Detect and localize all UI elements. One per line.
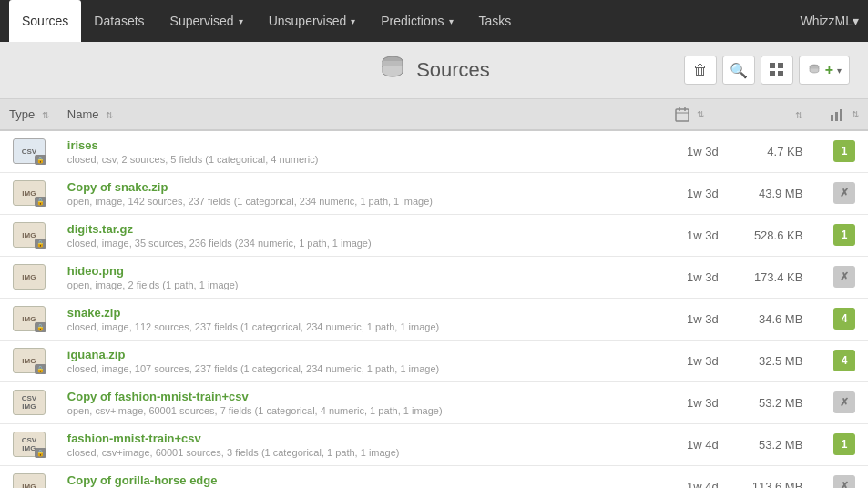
add-source-dropdown-button[interactable]: + ▾ <box>799 56 850 85</box>
name-cell: Copy of snake.zip open, image, 142 sourc… <box>58 172 667 214</box>
source-name-link[interactable]: snake.zip <box>67 306 121 320</box>
count-badge: ✗ <box>833 182 855 204</box>
name-cell: digits.tar.gz closed, image, 35 sources,… <box>58 214 667 256</box>
type-sort-icon: ⇅ <box>42 110 49 120</box>
sources-table: Type ⇅ Name ⇅ ⇅ ⇅ ⇅ <box>0 99 868 488</box>
user-caret: ▾ <box>853 14 859 28</box>
table-row: IMG 🔒 iguana.zip closed, image, 107 sour… <box>0 340 868 381</box>
svg-rect-2 <box>778 63 783 68</box>
svg-rect-6 <box>676 109 689 121</box>
type-cell: CSV 🔒 <box>0 130 58 173</box>
count-badge: 4 <box>833 350 855 371</box>
table-row: IMG Copy of gorilla-horse edge open, ima… <box>0 465 868 488</box>
type-cell: IMG 🔒 <box>0 172 58 214</box>
size-cell: 53.2 MB <box>739 381 821 423</box>
table-row: CSV 🔒 irises closed, csv, 2 sources, 5 f… <box>0 130 868 173</box>
nav-sources[interactable]: Sources <box>9 0 81 42</box>
navigation: Sources Datasets Supervised ▾ Unsupervis… <box>0 0 868 42</box>
source-detail: open, csv+image, 60001 sources, 7 fields… <box>67 405 658 416</box>
col-date[interactable]: ⇅ <box>666 99 739 130</box>
date-cell: 1w 3d <box>666 214 739 256</box>
unsupervised-caret: ▾ <box>351 16 355 26</box>
source-name-link[interactable]: hideo.png <box>67 264 124 278</box>
source-name-link[interactable]: Copy of snake.zip <box>67 180 168 194</box>
count-cell: ✗ <box>821 381 868 423</box>
size-cell: 528.6 KB <box>739 214 821 256</box>
nav-predictions[interactable]: Predictions ▾ <box>368 0 465 42</box>
predictions-caret: ▾ <box>449 16 454 26</box>
type-cell: IMG 🔒 <box>0 298 58 340</box>
type-icon: IMG 🔒 <box>13 306 46 331</box>
source-detail: open, image, 142 sources, 237 fields (1 … <box>67 196 658 207</box>
table-row: IMG 🔒 digits.tar.gz closed, image, 35 so… <box>0 214 868 256</box>
count-cell: ✗ <box>821 465 868 488</box>
col-type[interactable]: Type ⇅ <box>0 99 58 130</box>
name-cell: hideo.png open, image, 2 fields (1 path,… <box>58 256 667 298</box>
date-cell: 1w 3d <box>666 340 739 381</box>
name-cell: Copy of fashion-mnist-train+csv open, cs… <box>58 381 667 423</box>
nav-datasets[interactable]: Datasets <box>81 0 157 42</box>
source-detail: closed, image, 107 sources, 237 fields (… <box>67 363 658 374</box>
type-cell: CSVIMG 🔒 <box>0 423 58 465</box>
page-toolbar: Sources 🗑 🔍 + ▾ <box>0 42 868 99</box>
table-row: IMG 🔒 snake.zip closed, image, 112 sourc… <box>0 298 868 340</box>
col-size[interactable]: ⇅ <box>739 99 821 130</box>
count-cell: ✗ <box>821 256 868 298</box>
col-count[interactable]: ⇅ <box>821 99 868 130</box>
page-title-area: Sources <box>378 53 490 87</box>
type-icon: CSVIMG 🔒 <box>13 432 46 457</box>
table-row: IMG hideo.png open, image, 2 fields (1 p… <box>0 256 868 298</box>
svg-rect-4 <box>778 71 783 76</box>
svg-rect-3 <box>770 71 775 76</box>
toolbar-actions: 🗑 🔍 + ▾ <box>684 56 850 85</box>
count-cell: 1 <box>821 214 868 256</box>
type-cell: IMG 🔒 <box>0 214 58 256</box>
page-title: Sources <box>416 58 490 82</box>
date-sort-icon: ⇅ <box>697 109 704 119</box>
date-cell: 1w 4d <box>666 423 739 465</box>
type-icon: CSV 🔒 <box>13 138 46 164</box>
size-cell: 4.7 KB <box>739 130 821 173</box>
nav-supervised[interactable]: Supervised ▾ <box>158 0 256 42</box>
type-icon: IMG <box>13 264 46 290</box>
delete-button[interactable]: 🗑 <box>684 56 717 85</box>
date-cell: 1w 3d <box>666 298 739 340</box>
source-name-link[interactable]: fashion-mnist-train+csv <box>67 432 201 445</box>
col-name[interactable]: Name ⇅ <box>58 99 667 130</box>
search-button[interactable]: 🔍 <box>722 56 755 85</box>
count-badge: 4 <box>833 308 855 330</box>
count-cell: 1 <box>821 130 868 173</box>
name-cell: irises closed, csv, 2 sources, 5 fields … <box>58 130 667 173</box>
source-name-link[interactable]: iguana.zip <box>67 348 126 361</box>
size-cell: 113.6 MB <box>739 465 821 488</box>
name-cell: iguana.zip closed, image, 107 sources, 2… <box>58 340 667 381</box>
source-name-link[interactable]: Copy of fashion-mnist-train+csv <box>67 390 249 403</box>
source-name-link[interactable]: irises <box>67 138 98 152</box>
grid-view-button[interactable] <box>761 56 793 85</box>
source-name-link[interactable]: digits.tar.gz <box>67 222 133 236</box>
count-badge: 1 <box>833 433 855 455</box>
source-name-link[interactable]: Copy of gorilla-horse edge <box>67 473 218 487</box>
source-detail: open, image, 2 fields (1 path, 1 image) <box>67 280 658 290</box>
svg-rect-12 <box>840 109 842 121</box>
svg-rect-1 <box>770 63 775 68</box>
size-cell: 43.9 MB <box>739 172 821 214</box>
nav-tasks[interactable]: Tasks <box>466 0 525 42</box>
count-cell: 4 <box>821 340 868 381</box>
name-cell: snake.zip closed, image, 112 sources, 23… <box>58 298 667 340</box>
nav-unsupervised[interactable]: Unsupervised ▾ <box>256 0 369 42</box>
svg-rect-11 <box>835 112 838 121</box>
name-cell: Copy of gorilla-horse edge open, image, … <box>58 465 667 488</box>
size-cell: 32.5 MB <box>739 340 821 381</box>
count-badge: ✗ <box>833 391 855 413</box>
count-cell: 1 <box>821 423 868 465</box>
source-detail: closed, csv, 2 sources, 5 fields (1 cate… <box>67 154 658 165</box>
name-sort-icon: ⇅ <box>106 110 113 120</box>
user-menu[interactable]: WhizzML ▾ <box>800 14 859 28</box>
count-cell: ✗ <box>821 172 868 214</box>
add-icon: + <box>825 62 833 78</box>
type-icon: IMG <box>13 473 46 488</box>
table-row: CSVIMG 🔒 fashion-mnist-train+csv closed,… <box>0 423 868 465</box>
count-badge: ✗ <box>833 266 855 288</box>
type-icon: IMG 🔒 <box>13 348 46 373</box>
